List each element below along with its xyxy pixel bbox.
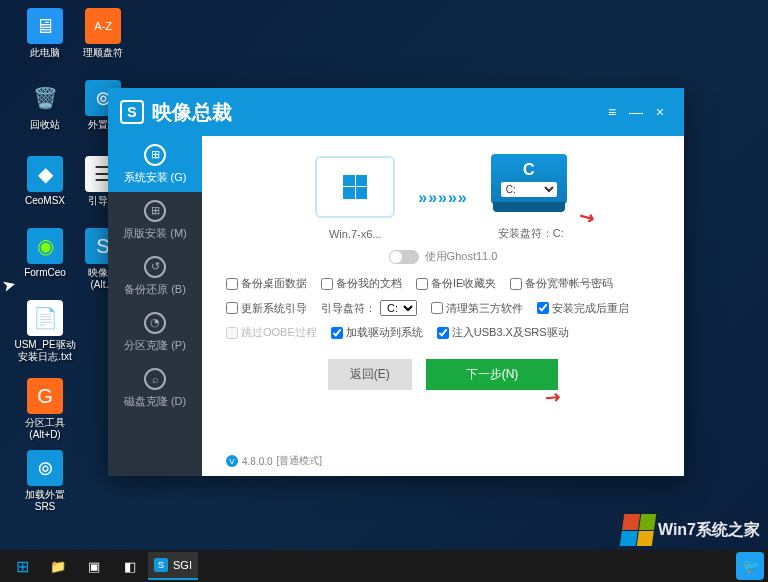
boot-drive-select[interactable]: C: bbox=[380, 300, 417, 316]
source-label: Win.7-x6... bbox=[310, 228, 400, 240]
tray-twitter-icon[interactable]: 🐦 bbox=[736, 552, 764, 580]
target-label: 安装盘符：C: bbox=[486, 226, 576, 241]
next-button[interactable]: 下一步(N) bbox=[426, 359, 559, 390]
arrow-icon: »»»»» bbox=[418, 189, 468, 207]
menu-button[interactable]: ≡ bbox=[600, 100, 624, 124]
taskbar: ⊞ 📁 ▣ ◧ SSGI 🐦 bbox=[0, 550, 768, 582]
desktop-icon-load-srs[interactable]: ⊚加载外置SRS bbox=[16, 450, 74, 513]
main-panel: Win.7-x6... »»»»» CC: 安装盘符：C: ↘ 使用Ghost1… bbox=[202, 136, 684, 476]
sidebar-item-label: 分区克隆 (P) bbox=[124, 338, 186, 353]
opt-update-boot[interactable]: 更新系统引导 bbox=[226, 301, 307, 316]
opt-backup-desktop[interactable]: 备份桌面数据 bbox=[226, 276, 307, 291]
back-button[interactable]: 返回(E) bbox=[328, 359, 412, 390]
target-disk: CC: 安装盘符：C: ↘ bbox=[486, 154, 576, 241]
app-window: S 映像总裁 ≡ — × ⊞系统安装 (G) ⊞原版安装 (M) ↺备份还原 (… bbox=[108, 88, 684, 476]
annotation-arrow-icon: ↘ bbox=[574, 204, 598, 231]
titlebar[interactable]: S 映像总裁 ≡ — × bbox=[108, 88, 684, 136]
version-icon: V bbox=[226, 455, 238, 467]
app-title: 映像总裁 bbox=[152, 99, 600, 126]
options-row-2: 更新系统引导 引导盘符： C: 清理第三方软件 安装完成后重启 bbox=[226, 300, 660, 316]
desktop-icon-ceomsx[interactable]: ◆CeoMSX bbox=[20, 156, 70, 207]
opt-skip-oobe: 跳过OOBE过程 bbox=[226, 325, 317, 340]
sidebar-item-label: 备份还原 (B) bbox=[124, 282, 186, 297]
windows-flag-icon bbox=[620, 514, 656, 546]
button-row: 返回(E) 下一步(N) ↘ bbox=[226, 359, 660, 390]
desktop-icon-recycle-bin[interactable]: 🗑️回收站 bbox=[20, 80, 70, 131]
sidebar-item-backup-restore[interactable]: ↺备份还原 (B) bbox=[108, 248, 202, 304]
drive-select[interactable]: C: bbox=[501, 182, 557, 197]
options: 备份桌面数据 备份我的文档 备份IE收藏夹 备份宽带帐号密码 更新系统引导 引导… bbox=[226, 276, 660, 349]
task-terminal[interactable]: ▣ bbox=[76, 552, 112, 580]
ghost-toggle[interactable] bbox=[389, 250, 419, 264]
desktop-icon-usm-log[interactable]: 📄USM_PE驱动安装日志.txt bbox=[14, 300, 76, 363]
windows-icon: ⊞ bbox=[144, 144, 166, 166]
opt-backup-broadband[interactable]: 备份宽带帐号密码 bbox=[510, 276, 613, 291]
sidebar-item-label: 系统安装 (G) bbox=[124, 170, 187, 185]
search-icon: ⌕ bbox=[144, 368, 166, 390]
ghost-toggle-row: 使用Ghost11.0 bbox=[226, 249, 660, 264]
options-row-1: 备份桌面数据 备份我的文档 备份IE收藏夹 备份宽带帐号密码 bbox=[226, 276, 660, 291]
sidebar-item-original-install[interactable]: ⊞原版安装 (M) bbox=[108, 192, 202, 248]
minimize-button[interactable]: — bbox=[624, 100, 648, 124]
source-disk[interactable]: Win.7-x6... bbox=[310, 156, 400, 240]
watermark-text: Win7系统之家 bbox=[658, 520, 760, 541]
sidebar-item-label: 原版安装 (M) bbox=[123, 226, 187, 241]
pie-icon: ◔ bbox=[144, 312, 166, 334]
opt-clean-third-party[interactable]: 清理第三方软件 bbox=[431, 301, 523, 316]
sidebar-item-disk-clone[interactable]: ⌕磁盘克隆 (D) bbox=[108, 360, 202, 416]
desktop-icon-this-pc[interactable]: 🖥此电脑 bbox=[20, 8, 70, 59]
desktop-icon-formceo[interactable]: ◉FormCeo bbox=[20, 228, 70, 279]
task-app[interactable]: ◧ bbox=[112, 552, 148, 580]
desktop-icon-partition-tool[interactable]: G分区工具(Alt+D) bbox=[16, 378, 74, 441]
windows-logo-icon bbox=[343, 175, 367, 199]
task-explorer[interactable]: 📁 bbox=[40, 552, 76, 580]
opt-inject-usb3[interactable]: 注入USB3.X及SRS驱动 bbox=[437, 325, 569, 340]
start-button[interactable]: ⊞ bbox=[4, 552, 40, 580]
task-sgi[interactable]: SSGI bbox=[148, 552, 198, 580]
footer: V 4.8.0.0 [普通模式] bbox=[226, 448, 660, 468]
opt-backup-docs[interactable]: 备份我的文档 bbox=[321, 276, 402, 291]
close-button[interactable]: × bbox=[648, 100, 672, 124]
app-logo-icon: S bbox=[120, 100, 144, 124]
boot-drive-label: 引导盘符： bbox=[321, 301, 376, 316]
sidebar: ⊞系统安装 (G) ⊞原版安装 (M) ↺备份还原 (B) ◔分区克隆 (P) … bbox=[108, 136, 202, 476]
sidebar-item-system-install[interactable]: ⊞系统安装 (G) bbox=[108, 136, 202, 192]
options-row-3: 跳过OOBE过程 加载驱动到系统 注入USB3.X及SRS驱动 bbox=[226, 325, 660, 340]
desktop-icon-sort-drives[interactable]: A-Z理顺盘符 bbox=[78, 8, 128, 59]
opt-reboot-after[interactable]: 安装完成后重启 bbox=[537, 301, 629, 316]
tiles-icon: ⊞ bbox=[144, 200, 166, 222]
restore-icon: ↺ bbox=[144, 256, 166, 278]
drive-letter: C bbox=[523, 161, 535, 179]
opt-load-drivers[interactable]: 加载驱动到系统 bbox=[331, 325, 423, 340]
version-text: 4.8.0.0 bbox=[242, 456, 273, 467]
sidebar-item-label: 磁盘克隆 (D) bbox=[124, 394, 186, 409]
watermark: Win7系统之家 bbox=[622, 514, 760, 546]
install-visual: Win.7-x6... »»»»» CC: 安装盘符：C: ↘ bbox=[226, 154, 660, 241]
ghost-label: 使用Ghost11.0 bbox=[425, 249, 498, 264]
mode-text: [普通模式] bbox=[277, 454, 323, 468]
opt-backup-ie[interactable]: 备份IE收藏夹 bbox=[416, 276, 496, 291]
sidebar-item-partition-clone[interactable]: ◔分区克隆 (P) bbox=[108, 304, 202, 360]
